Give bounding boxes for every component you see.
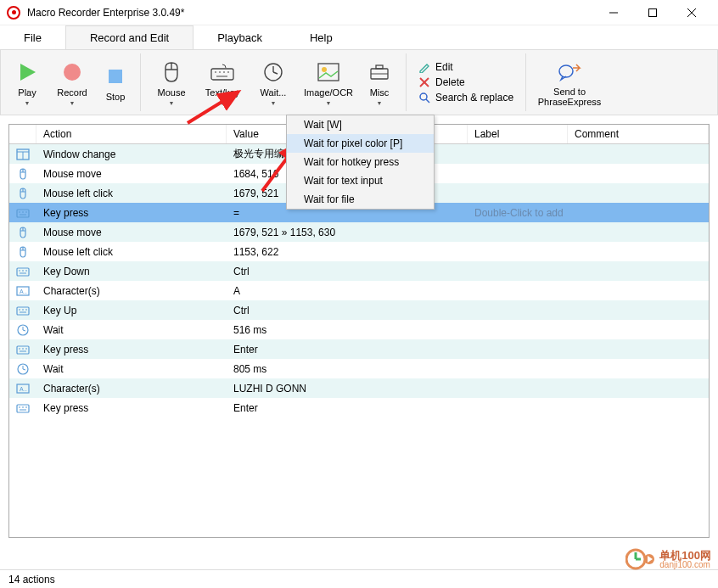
- briefcase-icon: [369, 59, 390, 86]
- mouse-icon: [162, 59, 181, 86]
- row-action: Key press: [36, 402, 227, 414]
- svg-line-48: [23, 330, 25, 331]
- dd-wait-file[interactable]: Wait for file: [287, 190, 434, 209]
- sendto-label: Send toPhraseExpress: [538, 87, 602, 107]
- svg-rect-41: [17, 307, 29, 315]
- delete-icon: [418, 76, 430, 88]
- clock-icon: [263, 59, 283, 86]
- svg-rect-29: [17, 210, 29, 217]
- row-value: A: [227, 285, 468, 297]
- maximize-button[interactable]: [633, 0, 672, 25]
- stop-button[interactable]: Stop: [96, 53, 135, 111]
- table-row[interactable]: A꤮Character(s)LUZHI D GONN: [9, 378, 709, 398]
- image-icon: [317, 59, 339, 86]
- play-label: Play: [18, 87, 36, 98]
- dd-wait-hotkey[interactable]: Wait for hotkey press: [287, 153, 434, 171]
- svg-line-56: [23, 369, 25, 370]
- row-action: Key press: [36, 344, 227, 356]
- watermark-line1: 单机100网: [659, 550, 711, 561]
- stop-icon: [107, 63, 124, 90]
- svg-point-17: [322, 67, 327, 72]
- svg-rect-7: [211, 69, 233, 80]
- mouse-button[interactable]: Mouse ▼: [146, 53, 197, 111]
- table-row[interactable]: Key pressEnter: [9, 398, 709, 417]
- mouse-label: Mouse: [157, 87, 185, 98]
- svg-rect-1: [649, 8, 657, 16]
- svg-marker-4: [20, 64, 36, 81]
- status-text: 14 actions: [8, 574, 55, 585]
- row-icon: [9, 402, 36, 414]
- dd-wait-pixel[interactable]: Wait for pixel color [P]: [287, 134, 434, 153]
- row-icon: [9, 266, 36, 277]
- row-icon: [9, 148, 36, 160]
- ribbon: Play ▼ Record ▼ Stop Mouse ▼ Text/key ▼ …: [0, 49, 718, 115]
- menu-playback[interactable]: Playback: [194, 25, 286, 49]
- ribbon-group-send: Send toPhraseExpress: [526, 53, 613, 111]
- record-label: Record: [57, 87, 87, 98]
- close-button[interactable]: [672, 0, 711, 25]
- col-icon-header[interactable]: [9, 125, 36, 143]
- watermark-line2: danji100.com: [659, 561, 711, 569]
- imageocr-label: Image/OCR: [304, 87, 353, 98]
- record-icon: [62, 59, 82, 86]
- row-icon: [9, 246, 36, 258]
- row-value: LUZHI D GONN: [227, 383, 468, 395]
- menu-file[interactable]: File: [0, 25, 65, 49]
- edit-action[interactable]: Edit: [418, 60, 513, 74]
- keyboard-icon: [210, 59, 234, 86]
- table-row[interactable]: Key DownCtrl: [9, 261, 709, 281]
- stop-label: Stop: [106, 92, 126, 102]
- textkey-button[interactable]: Text/key ▼: [197, 53, 248, 111]
- row-icon: A꤮: [9, 383, 36, 395]
- window-controls: [594, 0, 711, 25]
- app-icon: [7, 6, 20, 20]
- table-row[interactable]: Key UpCtrl: [9, 300, 709, 320]
- play-button[interactable]: Play ▼: [6, 53, 48, 111]
- pencil-icon: [418, 61, 430, 73]
- menu-record-edit[interactable]: Record and Edit: [65, 25, 194, 49]
- table-row[interactable]: A꤮Character(s)A: [9, 281, 709, 300]
- col-action-header[interactable]: Action: [36, 125, 227, 143]
- row-action: Window change: [36, 148, 227, 160]
- imageocr-button[interactable]: Image/OCR ▼: [299, 53, 358, 111]
- textkey-label: Text/key: [205, 87, 239, 98]
- row-action: Wait: [36, 363, 227, 375]
- table-row[interactable]: Mouse left click1153, 622: [9, 242, 709, 261]
- svg-rect-59: [17, 405, 29, 412]
- svg-text:A꤮: A꤮: [20, 386, 27, 392]
- search-replace-action[interactable]: Search & replace: [418, 91, 513, 104]
- row-value: Ctrl: [227, 266, 468, 277]
- minimize-button[interactable]: [594, 0, 633, 25]
- table-row[interactable]: Wait805 ms: [9, 359, 709, 378]
- dd-wait-text[interactable]: Wait for text input: [287, 171, 434, 190]
- col-label-header[interactable]: Label: [468, 125, 568, 143]
- titlebar: Macro Recorder Enterprise 3.0.49*: [0, 0, 718, 25]
- row-action: Wait: [36, 324, 227, 336]
- sendto-phraseexpress-button[interactable]: Send toPhraseExpress: [531, 53, 608, 111]
- table-row[interactable]: Mouse move1679, 521 » 1153, 630: [9, 222, 709, 242]
- row-action: Key Down: [36, 266, 227, 277]
- dd-wait[interactable]: Wait [W]: [287, 115, 434, 134]
- wait-button[interactable]: Wait... ▼: [248, 53, 299, 111]
- svg-point-5: [64, 64, 81, 81]
- phraseexpress-icon: [558, 58, 581, 85]
- table-row[interactable]: Wait516 ms: [9, 320, 709, 339]
- record-button[interactable]: Record ▼: [48, 53, 96, 111]
- delete-action[interactable]: Delete: [418, 76, 513, 89]
- row-value: 1679, 521 » 1153, 630: [227, 227, 468, 238]
- row-action: Mouse move: [36, 227, 227, 238]
- menu-help[interactable]: Help: [286, 25, 356, 49]
- delete-label: Delete: [435, 76, 465, 88]
- col-comment-header[interactable]: Comment: [568, 125, 709, 143]
- row-icon: [9, 188, 36, 199]
- row-action: Mouse left click: [36, 246, 227, 258]
- table-row[interactable]: Key pressEnter: [9, 339, 709, 359]
- wait-label: Wait...: [261, 87, 287, 98]
- row-value: Enter: [227, 344, 468, 356]
- svg-line-15: [273, 72, 278, 74]
- row-action: Key press: [36, 207, 227, 219]
- misc-button[interactable]: Misc ▼: [358, 53, 401, 111]
- window-title: Macro Recorder Enterprise 3.0.49*: [27, 7, 594, 19]
- svg-point-25: [559, 65, 573, 77]
- svg-rect-16: [318, 64, 339, 81]
